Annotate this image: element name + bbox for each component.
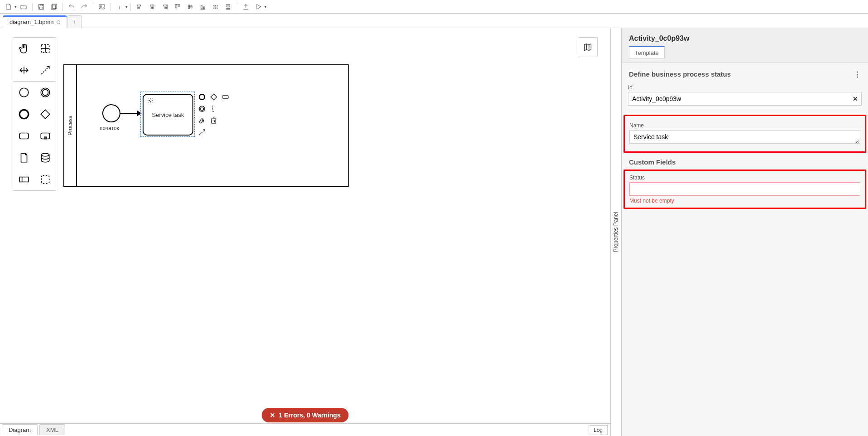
svg-point-46 [199, 94, 205, 100]
svg-rect-24 [203, 7, 205, 9]
svg-rect-28 [227, 4, 230, 5]
lane[interactable]: початок Service task [77, 65, 348, 186]
ctx-wrench[interactable] [197, 115, 207, 126]
separator [237, 3, 237, 11]
data-object-tool[interactable] [13, 147, 34, 169]
status-label: Status [629, 174, 860, 181]
footer-tab-diagram[interactable]: Diagram [2, 424, 38, 435]
separator [130, 3, 131, 11]
id-input[interactable] [628, 92, 862, 106]
properties-panel-handle[interactable]: Properties Panel [610, 28, 621, 436]
dirty-indicator-icon [57, 20, 60, 24]
separator [110, 3, 111, 11]
section-menu-icon[interactable]: ⋮ [854, 71, 861, 78]
svg-rect-38 [19, 133, 29, 139]
section-define-status: Define business process status ⋮ Id ✕ [622, 63, 868, 114]
close-icon: ✕ [270, 412, 275, 419]
svg-point-49 [200, 107, 204, 111]
field-name: Name [629, 122, 860, 145]
paint-button[interactable] [114, 1, 125, 12]
top-toolbar: ▾ ▾ ▾ [0, 0, 868, 14]
properties-title: Activity_0c0p93w [629, 34, 861, 43]
status-input[interactable] [629, 182, 860, 196]
file-tab-diagram1[interactable]: diagram_1.bpmn [3, 15, 67, 28]
separator [62, 3, 63, 11]
pool[interactable]: Process початок Service task [63, 64, 349, 187]
svg-point-6 [101, 5, 102, 7]
clear-id-icon[interactable]: ✕ [853, 95, 858, 102]
task-tool[interactable] [13, 125, 34, 147]
image-button[interactable] [96, 1, 108, 12]
log-button[interactable]: Log [589, 425, 608, 435]
run-button[interactable] [253, 1, 264, 12]
intermediate-event-tool[interactable] [34, 82, 56, 103]
minimap-toggle[interactable] [578, 37, 598, 57]
lasso-tool[interactable] [34, 38, 56, 59]
properties-panel: Activity_0c0p93w Template Define busines… [621, 28, 868, 436]
align-left-button[interactable] [134, 1, 145, 12]
start-event-label[interactable]: початок [100, 125, 119, 131]
svg-rect-9 [138, 7, 139, 9]
context-pad [197, 92, 231, 138]
svg-rect-30 [227, 8, 230, 9]
group-tool[interactable] [34, 169, 56, 190]
end-event-tool[interactable] [13, 103, 34, 125]
sequence-flow[interactable] [120, 113, 141, 114]
svg-rect-50 [212, 119, 216, 123]
ctx-end-event[interactable] [197, 92, 207, 102]
save-all-button[interactable] [48, 1, 60, 12]
start-event[interactable] [102, 104, 120, 122]
space-tool[interactable] [13, 59, 34, 81]
paint-caret[interactable]: ▾ [125, 5, 128, 9]
field-status: Status Must not be empty [629, 174, 860, 204]
section-custom-fields: Custom Fields [622, 154, 868, 169]
pool-label[interactable]: Process [64, 65, 77, 186]
ctx-delete[interactable] [208, 115, 219, 126]
undo-button[interactable] [66, 1, 77, 12]
subprocess-tool[interactable] [34, 125, 56, 147]
canvas[interactable]: Process початок Service task [0, 28, 610, 436]
new-file-caret[interactable]: ▾ [14, 5, 17, 9]
errors-pill[interactable]: ✕ 1 Errors, 0 Warnings [262, 408, 349, 422]
errors-text: 1 Errors, 0 Warnings [279, 412, 340, 419]
gateway-tool[interactable] [34, 103, 56, 125]
service-task[interactable]: Service task [143, 94, 193, 136]
svg-rect-18 [178, 5, 179, 7]
connect-tool[interactable] [34, 59, 56, 81]
svg-rect-25 [213, 5, 214, 8]
svg-rect-1 [40, 4, 42, 5]
svg-rect-17 [176, 5, 177, 8]
new-file-button[interactable] [3, 1, 14, 12]
name-label: Name [629, 122, 860, 129]
name-input[interactable] [629, 130, 860, 144]
redo-button[interactable] [78, 1, 90, 12]
align-bottom-button[interactable] [197, 1, 209, 12]
section-title: Define business process status [629, 70, 731, 78]
start-event-tool[interactable] [13, 82, 34, 103]
data-store-tool[interactable] [34, 147, 56, 169]
ctx-task[interactable] [220, 92, 231, 102]
deploy-button[interactable] [240, 1, 252, 12]
add-tab-button[interactable]: + [67, 15, 82, 28]
footer-tab-xml[interactable]: XML [39, 424, 65, 435]
pool-tool[interactable] [13, 169, 34, 190]
svg-rect-44 [41, 175, 49, 183]
palette [13, 37, 56, 191]
run-caret[interactable]: ▾ [264, 5, 267, 9]
align-center-h-button[interactable] [146, 1, 158, 12]
ctx-gateway[interactable] [208, 92, 219, 102]
svg-rect-47 [223, 95, 228, 99]
align-top-button[interactable] [172, 1, 183, 12]
align-right-button[interactable] [159, 1, 171, 12]
hand-tool[interactable] [13, 38, 34, 59]
save-button[interactable] [35, 1, 47, 12]
ctx-intermediate-event[interactable] [197, 103, 207, 114]
file-tabs: diagram_1.bpmn + [0, 14, 868, 28]
distribute-h-button[interactable] [210, 1, 221, 12]
align-center-v-button[interactable] [184, 1, 196, 12]
tab-template[interactable]: Template [629, 46, 665, 59]
ctx-annotation[interactable] [208, 103, 219, 114]
distribute-v-button[interactable] [222, 1, 234, 12]
open-file-button[interactable] [18, 1, 29, 12]
ctx-connect[interactable] [197, 127, 207, 138]
